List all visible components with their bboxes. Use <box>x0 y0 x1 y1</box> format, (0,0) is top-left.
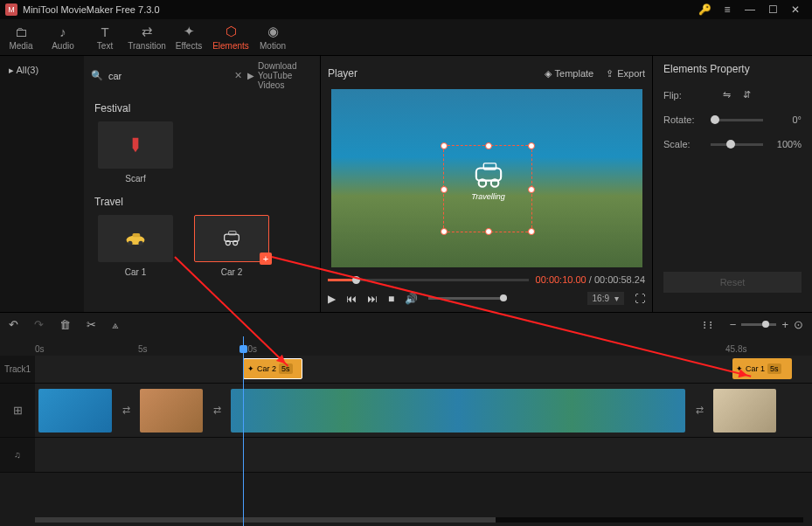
audio-track-icon: ♫ <box>0 438 35 472</box>
fullscreen-icon[interactable]: ⛶ <box>635 293 645 305</box>
rotate-slider[interactable] <box>711 119 763 121</box>
track-header: Track1 <box>0 356 35 383</box>
template-button[interactable]: ◈ Template <box>545 68 594 80</box>
flip-vertical-icon[interactable]: ⇵ <box>743 89 751 100</box>
prev-frame-icon[interactable]: ⏮ <box>346 293 357 305</box>
elements-track: Track1 ✦Car 25s ✦Car 15s <box>0 356 812 384</box>
titlebar: M MiniTool MovieMaker Free 7.3.0 🔑 ≡ — ☐… <box>0 0 812 19</box>
overlay-element[interactable]: Travelling <box>462 161 515 201</box>
video-track: ⊞ ⇄ ⇄ ⇄ <box>0 384 812 438</box>
element-car2[interactable]: + Car 2 <box>194 215 269 277</box>
category-festival: Festival <box>94 102 313 114</box>
seek-bar[interactable] <box>328 279 529 281</box>
tab-text[interactable]: TText <box>84 19 126 55</box>
time-ruler[interactable]: 0s 5s 10s 45.8s <box>0 336 812 356</box>
tab-transition[interactable]: ⇄Transition <box>126 19 168 55</box>
svg-rect-3 <box>133 233 141 237</box>
tab-elements[interactable]: ⬡Elements <box>210 19 252 55</box>
main-toolbar: 🗀Media ♪Audio TText ⇄Transition ✦Effects… <box>0 19 812 56</box>
play-icon[interactable]: ▶ <box>328 293 336 305</box>
key-icon[interactable]: 🔑 <box>693 3 716 16</box>
close-icon[interactable]: ✕ <box>784 3 807 16</box>
delete-icon[interactable]: 🗑 <box>59 318 71 331</box>
export-button[interactable]: ⇪ Export <box>606 68 645 80</box>
app-logo: M <box>5 3 17 16</box>
next-frame-icon[interactable]: ⏭ <box>367 293 378 305</box>
search-icon: 🔍 <box>91 70 103 81</box>
audio-track: ♫ <box>0 438 812 473</box>
crop-icon[interactable]: ⟁ <box>112 318 119 331</box>
download-youtube-button[interactable]: ▶ Download YouTube Videos <box>247 61 313 90</box>
svg-point-2 <box>139 241 143 246</box>
clip-car1[interactable]: ✦Car 15s <box>732 358 792 379</box>
tab-motion[interactable]: ◉Motion <box>252 19 294 55</box>
element-scarf[interactable]: Scarf <box>98 121 173 183</box>
video-clip[interactable] <box>140 389 203 433</box>
properties-panel: Elements Property Flip:⇋⇵ Rotate:0° Scal… <box>653 56 812 312</box>
timeline-scrollbar[interactable] <box>35 517 803 523</box>
timeline-toolbar: ↶ ↷ 🗑 ✂ ⟁ ⫶⫶ − + ⊙ <box>0 312 812 336</box>
video-track-icon: ⊞ <box>0 384 35 437</box>
tab-effects[interactable]: ✦Effects <box>168 19 210 55</box>
audio-settings-icon[interactable]: ⫶⫶ <box>702 318 714 331</box>
transition-icon[interactable]: ⇄ <box>208 402 226 419</box>
zoom-in-icon[interactable]: + <box>781 318 788 331</box>
menu-icon[interactable]: ≡ <box>716 3 739 16</box>
stop-icon[interactable]: ■ <box>388 293 394 305</box>
split-icon[interactable]: ✂ <box>87 318 96 331</box>
video-clip[interactable] <box>38 389 112 433</box>
video-clip[interactable] <box>231 389 685 433</box>
zoom-out-icon[interactable]: − <box>730 318 737 331</box>
timeline: 0s 5s 10s 45.8s Track1 ✦Car 25s ✦Car 15s… <box>0 336 812 526</box>
category-sidebar: ▸ All(3) <box>0 56 84 312</box>
scale-slider[interactable] <box>711 143 763 146</box>
elements-browser: 🔍 ✕ ▶ Download YouTube Videos Festival S… <box>84 56 320 312</box>
zoom-fit-icon[interactable]: ⊙ <box>794 318 803 331</box>
transition-icon[interactable]: ⇄ <box>691 402 708 419</box>
time-display: 00:00:10.00 / 00:00:58.24 <box>536 274 645 285</box>
redo-icon[interactable]: ↷ <box>34 318 44 331</box>
player-title: Player <box>328 67 532 80</box>
flip-horizontal-icon[interactable]: ⇋ <box>723 89 731 100</box>
zoom-slider[interactable] <box>741 323 776 326</box>
tab-audio[interactable]: ♪Audio <box>42 19 84 55</box>
properties-title: Elements Property <box>663 63 802 75</box>
clip-car2[interactable]: ✦Car 25s <box>243 358 302 379</box>
add-element-icon[interactable]: + <box>260 253 272 265</box>
category-travel: Travel <box>94 196 313 208</box>
element-car1[interactable]: Car 1 <box>98 215 173 277</box>
volume-slider[interactable] <box>428 297 507 300</box>
maximize-icon[interactable]: ☐ <box>761 3 784 16</box>
app-title: MiniTool MovieMaker Free 7.3.0 <box>23 4 693 15</box>
minimize-icon[interactable]: — <box>739 3 761 16</box>
undo-icon[interactable]: ↶ <box>9 318 18 331</box>
preview-viewport[interactable]: Travelling <box>331 89 642 267</box>
search-clear-icon[interactable]: ✕ <box>234 70 242 81</box>
volume-icon[interactable]: 🔊 <box>405 293 418 305</box>
tab-media[interactable]: 🗀Media <box>0 19 42 55</box>
reset-button[interactable]: Reset <box>663 272 802 293</box>
search-input[interactable] <box>108 71 229 81</box>
video-clip[interactable] <box>713 389 776 433</box>
sidebar-item-all[interactable]: ▸ All(3) <box>3 61 80 80</box>
svg-point-1 <box>128 241 132 246</box>
playhead[interactable] <box>243 336 244 526</box>
player-panel: Player ◈ Template ⇪ Export Travelling 00… <box>320 56 653 312</box>
aspect-ratio-select[interactable]: 16:9 ▾ <box>587 292 624 305</box>
transition-icon[interactable]: ⇄ <box>117 402 135 419</box>
